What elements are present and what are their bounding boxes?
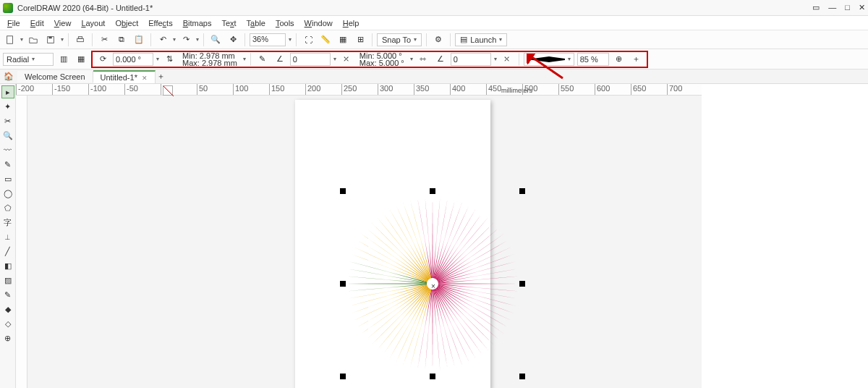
snap-to-dropdown[interactable]: Snap To▾ — [377, 33, 422, 46]
selection-handle[interactable] — [519, 374, 525, 379]
opacity-input[interactable]: 85 % — [577, 53, 609, 66]
cut-button[interactable]: ✂ — [97, 33, 111, 47]
dropshadow-tool[interactable]: ◧ — [1, 259, 14, 272]
brush-icon: ✎ — [255, 52, 270, 67]
tab-untitled[interactable]: Untitled-1*✕ — [93, 70, 156, 83]
maximize-button[interactable]: □ — [845, 3, 850, 12]
menu-tools[interactable]: Tools — [271, 17, 299, 29]
stroke-style-dropdown[interactable]: ▾ — [524, 53, 574, 66]
preset-option2-button[interactable]: ▦ — [74, 52, 88, 67]
minimize-button[interactable]: — — [828, 3, 836, 12]
paste-button[interactable]: 📋 — [132, 33, 146, 47]
home-tab-icon[interactable]: 🏠 — [0, 72, 17, 81]
highlighted-property-region: ⟳ 0.000 ° ▾ ⇅ Min: 2.978 mm Max: 2.978 m… — [91, 51, 648, 68]
open-button[interactable] — [26, 33, 41, 47]
ribbon-toggle-icon[interactable]: ▭ — [812, 3, 820, 12]
rectangle-tool[interactable]: ▭ — [1, 172, 14, 185]
drawing-canvas[interactable]: × — [27, 96, 702, 388]
parallel-dim-tool[interactable]: ⟂ — [1, 230, 14, 243]
apply-button[interactable]: ⊕ — [612, 52, 626, 67]
random2-icon[interactable]: ⤬ — [500, 52, 514, 67]
svg-marker-48 — [351, 254, 427, 282]
add-preset-button[interactable]: ＋ — [629, 52, 644, 67]
tilt-input[interactable]: 0 — [451, 53, 491, 66]
fill-tool[interactable]: ◆ — [1, 303, 14, 316]
spacing-input[interactable]: 0 — [290, 53, 331, 66]
workspace: ▸ ✦ ✂ 🔍 〰 ✎ ▭ ◯ ⬠ 字 ⟂ ╱ ◧ ▨ ✎ ◆ ◇ ⊕ mill… — [0, 84, 868, 388]
menu-help[interactable]: Help — [339, 17, 364, 29]
selection-handle[interactable] — [430, 374, 435, 379]
svg-marker-24 — [433, 290, 448, 369]
crop-tool[interactable]: ✂ — [1, 114, 14, 127]
transparency-tool[interactable]: ▨ — [1, 274, 14, 287]
copy-button[interactable]: ⧉ — [114, 33, 129, 47]
rotation-angle-input[interactable]: 0.000 ° — [113, 53, 153, 66]
svg-marker-72 — [437, 228, 499, 280]
zoom-level-input[interactable]: 36% — [250, 33, 286, 46]
undo-button[interactable]: ↶ — [156, 33, 170, 47]
menu-bitmaps[interactable]: Bitmaps — [179, 17, 216, 29]
new-tab-button[interactable]: ＋ — [156, 71, 167, 82]
grid-button[interactable]: ▦ — [336, 33, 350, 47]
menu-object[interactable]: Object — [111, 17, 142, 29]
save-dropdown-icon[interactable]: ▾ — [61, 36, 64, 43]
menu-window[interactable]: Window — [300, 17, 337, 29]
ellipse-tool[interactable]: ◯ — [1, 187, 14, 200]
zoom-dropdown-icon[interactable]: ▾ — [289, 36, 292, 43]
more-tools-button[interactable]: ⊕ — [1, 332, 14, 345]
menu-view[interactable]: View — [50, 17, 76, 29]
selection-handle[interactable] — [519, 188, 525, 194]
preset-option1-button[interactable]: ▥ — [56, 52, 71, 67]
undo-dropdown-icon[interactable]: ▾ — [173, 36, 176, 43]
pan-button[interactable]: ✥ — [226, 33, 240, 47]
svg-marker-70 — [436, 217, 488, 279]
menu-edit[interactable]: Edit — [26, 17, 48, 29]
spray-preset-dropdown[interactable]: Radial▾ — [3, 53, 54, 66]
svg-marker-36 — [366, 287, 428, 340]
menu-text[interactable]: Text — [217, 17, 240, 29]
launch-dropdown[interactable]: ▤ Launch ▾ — [455, 33, 507, 46]
polygon-tool[interactable]: ⬠ — [1, 201, 14, 214]
svg-marker-5 — [527, 56, 565, 62]
random-icon[interactable]: ⤫ — [339, 52, 354, 67]
print-button[interactable] — [73, 33, 88, 47]
redo-dropdown-icon[interactable]: ▾ — [196, 36, 199, 43]
save-button[interactable] — [43, 33, 58, 47]
artistic-media-tool[interactable]: ✎ — [1, 158, 14, 171]
menu-effects[interactable]: Effects — [144, 17, 176, 29]
shape-tool[interactable]: ✦ — [1, 100, 14, 113]
freehand-tool[interactable]: 〰 — [1, 143, 14, 156]
guides-button[interactable]: ⊞ — [353, 33, 367, 47]
text-tool[interactable]: 字 — [1, 216, 14, 229]
new-doc-button[interactable] — [3, 33, 17, 47]
selection-handle[interactable] — [430, 188, 435, 194]
no-color-swatch[interactable] — [163, 85, 173, 96]
selection-handle[interactable] — [340, 374, 346, 379]
eyedropper-tool[interactable]: ✎ — [1, 288, 14, 301]
lock-ratio-icon[interactable]: ⇅ — [162, 52, 176, 67]
tab-welcome[interactable]: Welcome Screen — [17, 71, 93, 83]
selection-handle[interactable] — [519, 281, 525, 287]
redo-button[interactable]: ↷ — [179, 33, 193, 47]
connector-tool[interactable]: ╱ — [1, 245, 14, 258]
options-button[interactable]: ⚙ — [431, 33, 446, 47]
selection-handle[interactable] — [340, 281, 346, 287]
menu-file[interactable]: File — [3, 17, 25, 29]
rulers-button[interactable]: 📏 — [318, 33, 333, 47]
fullscreen-button[interactable]: ⛶ — [301, 33, 315, 47]
svg-marker-40 — [351, 285, 427, 313]
svg-marker-17 — [436, 287, 494, 345]
spread-icon[interactable]: ⇿ — [416, 52, 430, 67]
zoom-tool[interactable]: 🔍 — [1, 129, 14, 142]
pick-tool[interactable]: ▸ — [1, 85, 14, 98]
svg-marker-18 — [436, 288, 488, 350]
search-button[interactable]: 🔍 — [208, 33, 223, 47]
new-dropdown-icon[interactable]: ▾ — [20, 36, 23, 43]
close-button[interactable]: ✕ — [859, 3, 865, 12]
outline-tool[interactable]: ◇ — [1, 317, 14, 330]
selection-handle[interactable] — [340, 188, 346, 194]
menu-layout[interactable]: Layout — [77, 17, 109, 29]
close-tab-icon[interactable]: ✕ — [142, 75, 148, 82]
menu-table[interactable]: Table — [242, 17, 270, 29]
selection-center-icon[interactable]: × — [431, 282, 435, 290]
